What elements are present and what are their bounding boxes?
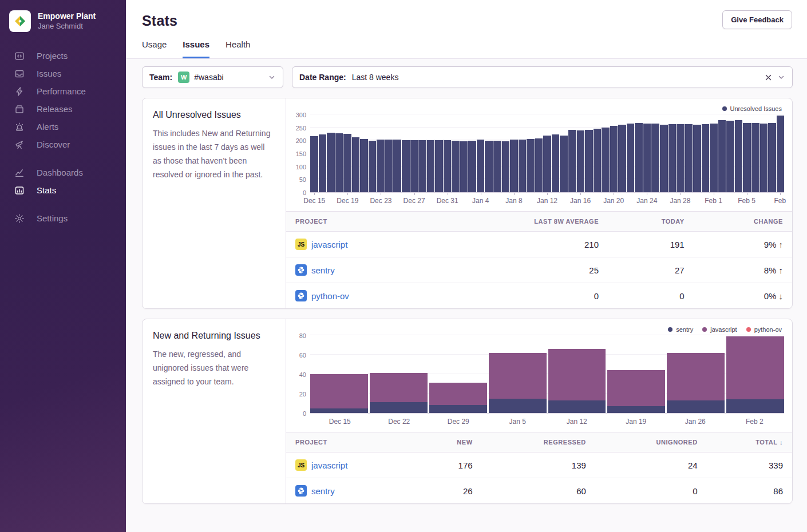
legend-item-javascript[interactable]: javascript xyxy=(702,326,737,333)
bar[interactable] xyxy=(352,137,360,192)
bar[interactable] xyxy=(468,141,476,192)
bar[interactable] xyxy=(543,136,551,192)
bar[interactable] xyxy=(552,134,560,192)
stacked-bar[interactable] xyxy=(726,336,784,413)
sidebar-item-settings[interactable]: Settings xyxy=(0,209,126,227)
bar[interactable] xyxy=(410,140,418,192)
column-header-new[interactable]: NEW xyxy=(418,432,482,452)
bar[interactable] xyxy=(577,130,585,192)
stacked-bar[interactable] xyxy=(607,370,665,413)
bar[interactable] xyxy=(685,124,693,192)
bar[interactable] xyxy=(585,130,593,192)
give-feedback-button[interactable]: Give Feedback xyxy=(722,10,792,29)
bar[interactable] xyxy=(485,141,493,192)
bar[interactable] xyxy=(768,123,776,192)
bar[interactable] xyxy=(402,140,410,192)
date-range-selector[interactable]: Date Range: Last 8 weeks xyxy=(292,66,793,88)
bar[interactable] xyxy=(510,140,518,192)
bar[interactable] xyxy=(335,133,343,193)
bar[interactable] xyxy=(602,128,610,192)
sidebar-item-dashboards[interactable]: Dashboards xyxy=(0,164,126,181)
legend-item-unresolved-issues[interactable]: Unresolved Issues xyxy=(722,105,782,112)
stacked-bar[interactable] xyxy=(489,353,547,413)
bar[interactable] xyxy=(369,141,377,192)
bar[interactable] xyxy=(444,140,452,192)
bar[interactable] xyxy=(385,140,393,192)
bar[interactable] xyxy=(610,126,618,192)
bar[interactable] xyxy=(377,140,385,192)
org-switcher[interactable]: Empower Plant Jane Schmidt xyxy=(0,10,126,32)
bar[interactable] xyxy=(618,125,626,192)
column-header-project[interactable]: PROJECT xyxy=(286,432,418,452)
bar[interactable] xyxy=(535,138,543,192)
bar[interactable] xyxy=(452,141,460,192)
bar[interactable] xyxy=(677,124,685,192)
stacked-bar[interactable] xyxy=(667,353,725,413)
team-selector[interactable]: Team: W #wasabi xyxy=(142,66,283,88)
bar[interactable] xyxy=(735,120,743,192)
column-header-today[interactable]: TODAY xyxy=(608,212,694,232)
column-header-project[interactable]: PROJECT xyxy=(286,212,436,232)
bar[interactable] xyxy=(568,130,576,192)
bar[interactable] xyxy=(343,134,351,192)
project-link[interactable]: python-ov xyxy=(311,291,349,301)
bar[interactable] xyxy=(751,123,759,192)
bar[interactable] xyxy=(718,120,726,192)
project-link[interactable]: javascript xyxy=(311,240,347,249)
tab-issues[interactable]: Issues xyxy=(183,39,209,58)
stacked-bar[interactable] xyxy=(370,373,428,413)
bar[interactable] xyxy=(710,124,718,192)
column-header-change[interactable]: CHANGE xyxy=(694,212,792,232)
tab-health[interactable]: Health xyxy=(226,39,250,58)
sidebar-item-performance[interactable]: Performance xyxy=(0,82,126,100)
bar[interactable] xyxy=(310,136,318,192)
bar[interactable] xyxy=(726,121,734,192)
stacked-bar[interactable] xyxy=(429,383,487,413)
stacked-bar[interactable] xyxy=(310,374,368,413)
bar[interactable] xyxy=(627,124,635,192)
column-header-regressed[interactable]: REGRESSED xyxy=(482,432,595,452)
bar[interactable] xyxy=(418,140,426,192)
project-link[interactable]: sentry xyxy=(311,486,335,496)
bar[interactable] xyxy=(477,140,485,192)
bar[interactable] xyxy=(651,124,659,192)
bar[interactable] xyxy=(668,124,677,192)
bar[interactable] xyxy=(594,129,602,192)
bar[interactable] xyxy=(327,133,335,192)
stacked-bar[interactable] xyxy=(548,349,606,413)
clear-date-icon[interactable] xyxy=(762,72,774,83)
bar[interactable] xyxy=(493,141,501,192)
sidebar-item-releases[interactable]: Releases xyxy=(0,100,126,118)
sidebar-item-projects[interactable]: Projects xyxy=(0,47,126,65)
bar[interactable] xyxy=(502,141,510,192)
bar[interactable] xyxy=(519,140,527,192)
bar[interactable] xyxy=(560,136,568,192)
bar[interactable] xyxy=(460,141,468,192)
column-header-total[interactable]: TOTAL ↓ xyxy=(707,432,792,452)
sidebar-item-alerts[interactable]: Alerts xyxy=(0,118,126,136)
bar[interactable] xyxy=(702,124,710,192)
sidebar-item-issues[interactable]: Issues xyxy=(0,65,126,82)
bar[interactable] xyxy=(527,139,535,192)
column-header-unignored[interactable]: UNIGNORED xyxy=(595,432,707,452)
bar[interactable] xyxy=(693,125,701,192)
bar[interactable] xyxy=(360,139,368,192)
bar[interactable] xyxy=(427,140,435,192)
bar[interactable] xyxy=(435,140,443,192)
sidebar-item-stats[interactable]: Stats xyxy=(0,181,126,199)
sidebar-item-discover[interactable]: Discover xyxy=(0,136,126,153)
bar[interactable] xyxy=(643,124,651,192)
bar[interactable] xyxy=(319,134,327,192)
legend-item-sentry[interactable]: sentry xyxy=(668,326,693,333)
column-header-last-8w-average[interactable]: LAST 8W AVERAGE xyxy=(436,212,608,232)
bar[interactable] xyxy=(760,124,768,192)
legend-item-python-ov[interactable]: python-ov xyxy=(746,326,782,333)
bar[interactable] xyxy=(635,123,643,192)
bar[interactable] xyxy=(743,123,751,192)
project-link[interactable]: sentry xyxy=(311,265,335,275)
bar[interactable] xyxy=(660,125,668,192)
project-link[interactable]: javascript xyxy=(311,460,347,470)
bar[interactable] xyxy=(393,140,401,192)
tab-usage[interactable]: Usage xyxy=(142,39,167,58)
bar[interactable] xyxy=(777,116,785,192)
